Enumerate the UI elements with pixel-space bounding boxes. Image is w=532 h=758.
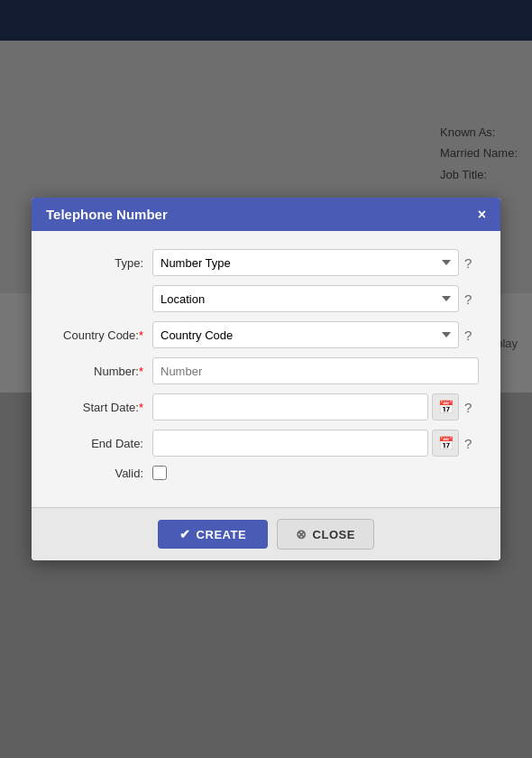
valid-label: Valid:	[53, 467, 152, 480]
modal-close-x-button[interactable]: ×	[478, 208, 486, 222]
number-field-row: Number:*	[53, 357, 479, 384]
close-button-label: CLOSE	[313, 528, 355, 541]
start-date-input[interactable]: 08/06/2018	[152, 393, 428, 421]
country-code-control-wrap: Country Code ?	[152, 321, 479, 348]
telephone-number-modal: Telephone Number × Type: Number Type ?	[32, 198, 500, 560]
end-date-input[interactable]	[152, 430, 428, 457]
close-button[interactable]: ⊗ CLOSE	[277, 519, 374, 550]
country-code-label: Country Code:*	[53, 328, 152, 342]
type-select[interactable]: Number Type	[152, 249, 459, 276]
modal-footer: ✔ CREATE ⊗ CLOSE	[32, 507, 500, 560]
end-date-input-wrap: 📅	[152, 430, 459, 457]
end-date-control-wrap: 📅 ?	[152, 430, 479, 457]
type-control-wrap: Number Type ?	[152, 249, 479, 276]
country-code-help-icon[interactable]: ?	[464, 328, 479, 343]
close-circle-icon: ⊗	[296, 527, 307, 541]
modal-body: Type: Number Type ? Location ?	[32, 231, 500, 507]
valid-field-row: Valid:	[53, 466, 479, 480]
type-help-icon[interactable]: ?	[464, 255, 479, 271]
valid-control-wrap	[152, 466, 479, 480]
end-date-calendar-button[interactable]: 📅	[432, 430, 459, 457]
number-input[interactable]	[152, 357, 479, 384]
modal-overlay: Telephone Number × Type: Number Type ?	[0, 0, 532, 758]
start-date-field-row: Start Date:* 08/06/2018 📅 ?	[53, 393, 479, 421]
location-field-row: Location ?	[53, 285, 479, 312]
valid-checkbox[interactable]	[152, 466, 167, 480]
country-code-field-row: Country Code:* Country Code ?	[53, 321, 479, 348]
country-code-required: *	[139, 328, 143, 342]
location-help-icon[interactable]: ?	[464, 291, 479, 307]
country-code-select[interactable]: Country Code	[152, 321, 459, 348]
start-date-calendar-button[interactable]: 📅	[432, 393, 459, 421]
create-check-icon: ✔	[179, 527, 191, 541]
location-control-wrap: Location ?	[152, 285, 479, 312]
start-date-input-wrap: 08/06/2018 📅	[152, 393, 459, 421]
modal-title: Telephone Number	[46, 207, 168, 222]
create-button[interactable]: ✔ CREATE	[158, 520, 268, 549]
type-field-row: Type: Number Type ?	[53, 249, 479, 276]
start-date-control-wrap: 08/06/2018 📅 ?	[152, 393, 479, 421]
end-date-help-icon[interactable]: ?	[464, 436, 479, 451]
location-select[interactable]: Location	[152, 285, 459, 312]
end-date-field-row: End Date: 📅 ?	[53, 430, 479, 457]
end-date-label: End Date:	[53, 437, 152, 450]
type-label: Type:	[53, 256, 152, 270]
create-button-label: CREATE	[197, 528, 246, 541]
start-date-label: Start Date:*	[53, 401, 152, 414]
modal-header: Telephone Number ×	[32, 198, 500, 231]
start-date-help-icon[interactable]: ?	[464, 400, 479, 415]
number-required: *	[139, 365, 143, 378]
number-control-wrap	[152, 357, 479, 384]
number-label: Number:*	[53, 365, 152, 378]
start-date-required: *	[139, 401, 143, 414]
